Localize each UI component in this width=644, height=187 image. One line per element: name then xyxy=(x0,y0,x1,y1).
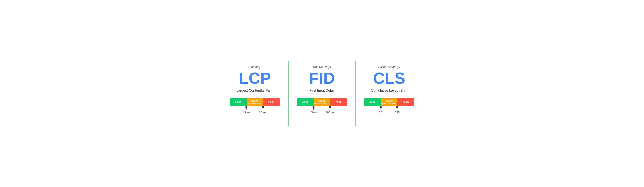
lcp-marker-1: 4.0 sec xyxy=(259,106,267,114)
fid-marker-line-0 xyxy=(314,108,314,110)
lcp-subtitle: (Loading) xyxy=(248,65,261,69)
cls-marker-label-1: 0.25 xyxy=(395,111,400,114)
fid-bar-poor: POOR xyxy=(330,98,347,106)
fid-marker-dot-0 xyxy=(312,106,314,108)
lcp-bar-needs: NEEDS IMPROVEMENT xyxy=(246,98,263,106)
lcp-markers: 2.5 sec4.0 sec xyxy=(230,106,280,113)
lcp-fullname: Largest Contentful Paint xyxy=(236,88,274,92)
panel-fid: (Interactivity)FIDFirst Input DelayGOODN… xyxy=(288,61,356,126)
fid-markers: 100 ms300 ms xyxy=(297,106,347,113)
panel-lcp: (Loading)LCPLargest Contentful PaintGOOD… xyxy=(222,61,288,126)
fid-bar: GOODNEEDS IMPROVEMENTPOOR xyxy=(297,98,347,106)
fid-marker-1: 300 ms xyxy=(326,106,334,114)
cls-bar-good: GOOD xyxy=(364,98,381,106)
lcp-bar: GOODNEEDS IMPROVEMENTPOOR xyxy=(230,98,280,106)
panel-cls: (Visual Stability)CLSCumulative Layout S… xyxy=(356,61,422,126)
lcp-marker-label-1: 4.0 sec xyxy=(259,111,267,114)
cls-bar-needs: NEEDS IMPROVEMENT xyxy=(381,98,398,106)
fid-marker-line-1 xyxy=(330,108,330,110)
lcp-bar-poor: POOR xyxy=(263,98,280,106)
fid-fullname: First Input Delay xyxy=(310,88,335,92)
cls-marker-dot-1 xyxy=(396,106,398,108)
cls-subtitle: (Visual Stability) xyxy=(378,65,400,69)
lcp-marker-label-0: 2.5 sec xyxy=(242,111,250,114)
lcp-acronym: LCP xyxy=(239,70,271,86)
lcp-bar-good: GOOD xyxy=(230,98,246,106)
fid-bar-needs: NEEDS IMPROVEMENT xyxy=(314,98,330,106)
cls-bar-container: GOODNEEDS IMPROVEMENTPOOR0.10.25 xyxy=(364,98,414,113)
fid-acronym: FID xyxy=(309,70,335,86)
cls-marker-1: 0.25 xyxy=(395,106,400,114)
fid-bar-good: GOOD xyxy=(297,98,314,106)
fid-marker-dot-1 xyxy=(329,106,331,108)
lcp-marker-0: 2.5 sec xyxy=(242,106,250,114)
lcp-marker-dot-1 xyxy=(262,106,264,108)
cls-fullname: Cumulative Layout Shift xyxy=(371,88,407,92)
fid-marker-label-0: 100 ms xyxy=(309,111,318,114)
cls-marker-line-0 xyxy=(380,108,381,110)
cls-marker-dot-0 xyxy=(380,106,382,108)
fid-marker-0: 100 ms xyxy=(309,106,318,114)
fid-marker-label-1: 300 ms xyxy=(326,111,334,114)
lcp-bar-container: GOODNEEDS IMPROVEMENTPOOR2.5 sec4.0 sec xyxy=(230,98,280,113)
cls-bar-poor: POOR xyxy=(398,98,414,106)
lcp-marker-line-0 xyxy=(246,108,246,110)
fid-bar-container: GOODNEEDS IMPROVEMENTPOOR100 ms300 ms xyxy=(297,98,347,113)
lcp-marker-dot-0 xyxy=(246,106,248,108)
cls-marker-label-0: 0.1 xyxy=(379,111,382,114)
metrics-container: (Loading)LCPLargest Contentful PaintGOOD… xyxy=(222,58,422,129)
fid-subtitle: (Interactivity) xyxy=(313,65,331,69)
cls-markers: 0.10.25 xyxy=(364,106,414,113)
lcp-marker-line-1 xyxy=(263,108,263,110)
cls-acronym: CLS xyxy=(373,70,405,86)
cls-marker-line-1 xyxy=(397,108,397,110)
cls-bar: GOODNEEDS IMPROVEMENTPOOR xyxy=(364,98,414,106)
cls-marker-0: 0.1 xyxy=(379,106,382,114)
